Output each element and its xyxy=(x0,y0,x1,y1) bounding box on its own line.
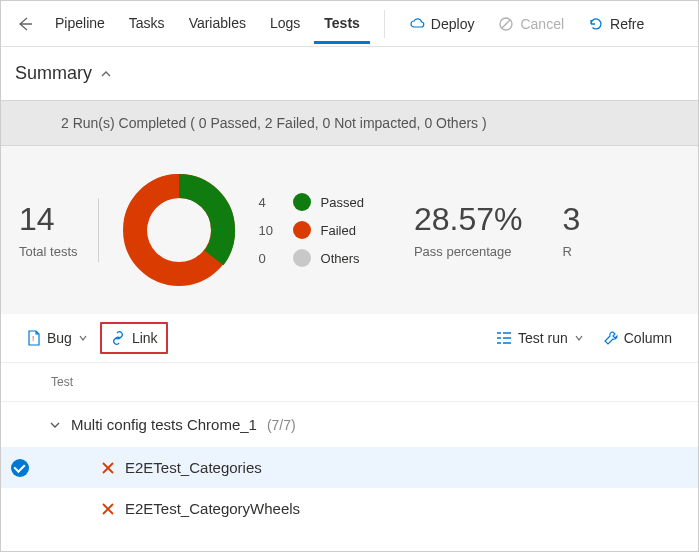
fail-x-icon xyxy=(101,502,115,516)
test-row[interactable]: E2ETest_CategoryWheels xyxy=(1,488,698,529)
test-name: E2ETest_CategoryWheels xyxy=(125,500,300,517)
summary-toggle[interactable]: Summary xyxy=(1,47,698,100)
legend-others: 0 Others xyxy=(259,249,364,267)
bug-button[interactable]: ! Bug xyxy=(19,324,96,352)
test-group-row[interactable]: Multi config tests Chrome_1 (7/7) xyxy=(1,402,698,447)
divider xyxy=(384,10,385,38)
cloud-icon xyxy=(409,16,425,32)
total-count: 14 xyxy=(19,201,78,238)
group-count: (7/7) xyxy=(267,417,296,433)
checkmark-icon[interactable] xyxy=(11,459,29,477)
refresh-button[interactable]: Refre xyxy=(578,10,654,38)
testrun-button[interactable]: Test run xyxy=(488,324,592,352)
refresh-label: Refre xyxy=(610,16,644,32)
link-button[interactable]: Link xyxy=(100,322,168,354)
right-frag: 3 R xyxy=(562,201,580,259)
dot-failed xyxy=(293,221,311,239)
link-icon xyxy=(110,331,126,345)
cancel-button: Cancel xyxy=(488,10,574,38)
total-tests-block: 14 Total tests xyxy=(19,201,78,259)
svg-text:!: ! xyxy=(32,334,34,343)
pass-pct-block: 28.57% Pass percentage xyxy=(414,201,523,259)
back-icon[interactable] xyxy=(9,10,41,38)
total-label: Total tests xyxy=(19,244,78,259)
summary-title: Summary xyxy=(15,63,92,84)
deploy-label: Deploy xyxy=(431,16,475,32)
status-bar: 2 Run(s) Completed ( 0 Passed, 2 Failed,… xyxy=(1,100,698,146)
file-icon: ! xyxy=(27,330,41,346)
legend-failed: 10 Failed xyxy=(259,221,364,239)
wrench-icon xyxy=(604,331,618,345)
donut-chart xyxy=(119,170,239,290)
pass-pct-label: Pass percentage xyxy=(414,244,523,259)
chevron-down-icon xyxy=(49,419,61,431)
chevron-up-icon xyxy=(100,68,112,80)
test-row[interactable]: E2ETest_Categories xyxy=(1,447,698,488)
column-header-test[interactable]: Test xyxy=(1,363,698,402)
tab-tests[interactable]: Tests xyxy=(314,3,370,44)
tab-bar: Pipeline Tasks Variables Logs Tests Depl… xyxy=(1,1,698,47)
column-button[interactable]: Column xyxy=(596,324,680,352)
fail-x-icon xyxy=(101,461,115,475)
legend-passed: 4 Passed xyxy=(259,193,364,211)
divider xyxy=(98,198,99,262)
deploy-button[interactable]: Deploy xyxy=(399,10,485,38)
toolbar: ! Bug Link Test run Column xyxy=(1,314,698,363)
cancel-icon xyxy=(498,16,514,32)
test-name: E2ETest_Categories xyxy=(125,459,262,476)
chevron-down-icon xyxy=(78,333,88,343)
metrics-panel: 14 Total tests 4 Passed 10 Failed 0 Othe… xyxy=(1,146,698,314)
svg-line-1 xyxy=(502,20,510,28)
group-name: Multi config tests Chrome_1 xyxy=(71,416,257,433)
dot-others xyxy=(293,249,311,267)
tab-pipeline[interactable]: Pipeline xyxy=(45,3,115,44)
chart-legend: 4 Passed 10 Failed 0 Others xyxy=(259,193,364,267)
tab-tasks[interactable]: Tasks xyxy=(119,3,175,44)
chevron-down-icon xyxy=(574,333,584,343)
refresh-icon xyxy=(588,16,604,32)
dot-passed xyxy=(293,193,311,211)
pass-pct-value: 28.57% xyxy=(414,201,523,238)
group-icon xyxy=(496,331,512,345)
tab-logs[interactable]: Logs xyxy=(260,3,310,44)
cancel-label: Cancel xyxy=(520,16,564,32)
tab-variables[interactable]: Variables xyxy=(179,3,256,44)
